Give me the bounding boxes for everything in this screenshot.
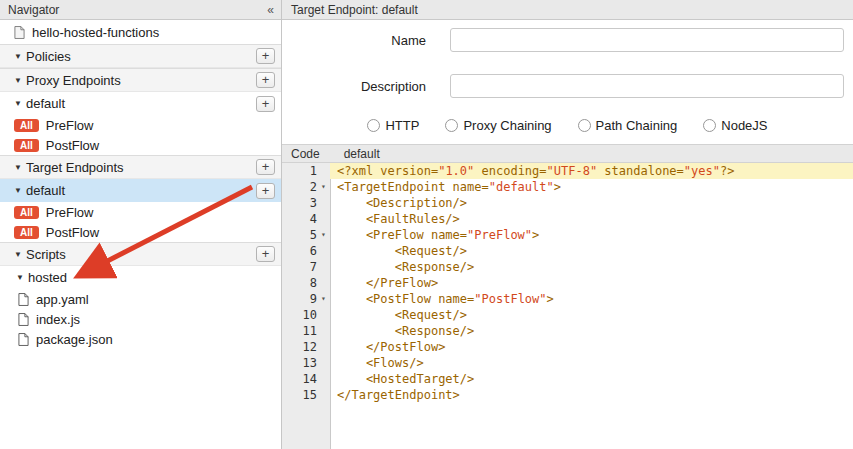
endpoint-type-radio-group: HTTP Proxy Chaining Path Chaining NodeJS — [282, 118, 853, 133]
section-target-endpoints[interactable]: ▼ Target Endpoints + — [0, 155, 281, 179]
endpoint-form: Name Description HTTP Proxy Chaining P — [282, 20, 853, 144]
code-line[interactable]: 8 </PreFlow> — [282, 275, 853, 291]
file-icon — [18, 293, 29, 306]
fold-toggle-icon[interactable]: ▾ — [317, 291, 330, 307]
file-icon — [18, 333, 29, 346]
detail-header-title: Target Endpoint: default — [291, 3, 418, 17]
code-text: </PreFlow> — [330, 275, 853, 291]
flow-condition-badge: All — [14, 139, 39, 152]
tree-item-file-package-json[interactable]: package.json — [0, 329, 281, 349]
line-number: 1 — [282, 163, 317, 179]
line-number: 5 — [282, 227, 317, 243]
code-text: <FaultRules/> — [330, 211, 853, 227]
line-gutter: 9▾ — [282, 291, 330, 307]
collapse-navigator-button[interactable]: « — [267, 3, 273, 17]
line-gutter: 5▾ — [282, 227, 330, 243]
code-text: <Request/> — [330, 243, 853, 259]
section-proxy-endpoints[interactable]: ▼ Proxy Endpoints + — [0, 68, 281, 92]
line-number: 2 — [282, 179, 317, 195]
flow-name: PostFlow — [46, 225, 99, 240]
code-line[interactable]: 2▾<TargetEndpoint name="default"> — [282, 179, 853, 195]
add-flow-button[interactable]: + — [256, 96, 275, 112]
section-policies[interactable]: ▼ Policies + — [0, 44, 281, 68]
name-row: Name — [282, 28, 853, 52]
fold-toggle-icon[interactable]: ▾ — [317, 179, 330, 195]
line-number: 13 — [282, 355, 317, 371]
radio-label: NodeJS — [721, 118, 767, 133]
code-line[interactable]: 14 <HostedTarget/> — [282, 371, 853, 387]
code-line[interactable]: 11 <Response/> — [282, 323, 853, 339]
tree-item-target-postflow[interactable]: All PostFlow — [0, 222, 281, 242]
tree-item-proxy-preflow[interactable]: All PreFlow — [0, 115, 281, 135]
line-gutter: 15 — [282, 387, 330, 403]
code-line[interactable]: 3 <Description/> — [282, 195, 853, 211]
tree-item-proxy-postflow[interactable]: All PostFlow — [0, 135, 281, 155]
code-text: <TargetEndpoint name="default"> — [330, 179, 853, 195]
flow-name: PreFlow — [46, 205, 94, 220]
code-line[interactable]: 6 <Request/> — [282, 243, 853, 259]
navigator-panel: Navigator « hello-hosted-functions ▼ Pol… — [0, 0, 282, 449]
code-text: <Description/> — [330, 195, 853, 211]
line-number: 9 — [282, 291, 317, 307]
line-gutter: 13 — [282, 355, 330, 371]
line-gutter: 14 — [282, 371, 330, 387]
code-editor[interactable]: 1<?xml version="1.0" encoding="UTF-8" st… — [282, 163, 853, 449]
line-number: 8 — [282, 275, 317, 291]
code-text: <HostedTarget/> — [330, 371, 853, 387]
code-text: </PostFlow> — [330, 339, 853, 355]
code-line[interactable]: 7 <Response/> — [282, 259, 853, 275]
chevron-down-icon: ▼ — [16, 273, 28, 282]
line-number: 14 — [282, 371, 317, 387]
code-line[interactable]: 12 </PostFlow> — [282, 339, 853, 355]
code-text: <Flows/> — [330, 355, 853, 371]
code-text: <Response/> — [330, 259, 853, 275]
tree-item-target-preflow[interactable]: All PreFlow — [0, 202, 281, 222]
radio-http[interactable]: HTTP — [367, 118, 419, 133]
target-endpoint-detail-panel: Target Endpoint: default Name Descriptio… — [282, 0, 853, 449]
name-input[interactable] — [450, 28, 844, 52]
code-line[interactable]: 1<?xml version="1.0" encoding="UTF-8" st… — [282, 163, 853, 179]
add-script-button[interactable]: + — [256, 246, 275, 262]
line-gutter: 12 — [282, 339, 330, 355]
add-policy-button[interactable]: + — [256, 48, 275, 64]
code-line[interactable]: 13 <Flows/> — [282, 355, 853, 371]
tree-item-bundle[interactable]: hello-hosted-functions — [0, 20, 281, 44]
code-line[interactable]: 15</TargetEndpoint> — [282, 387, 853, 403]
tree-item-file-app-yaml[interactable]: app.yaml — [0, 289, 281, 309]
description-label: Description — [282, 79, 450, 94]
chevron-down-icon: ▼ — [14, 250, 26, 259]
code-text: </TargetEndpoint> — [330, 387, 853, 403]
section-label: Target Endpoints — [26, 160, 124, 175]
bundle-name: hello-hosted-functions — [32, 25, 159, 40]
description-input[interactable] — [450, 74, 844, 98]
tree-item-proxy-endpoint-default[interactable]: ▼ default + — [0, 92, 281, 115]
add-target-endpoint-button[interactable]: + — [256, 159, 275, 175]
radio-path-chaining[interactable]: Path Chaining — [578, 118, 678, 133]
fold-toggle-icon[interactable]: ▾ — [317, 227, 330, 243]
add-proxy-endpoint-button[interactable]: + — [256, 72, 275, 88]
radio-proxy-chaining[interactable]: Proxy Chaining — [445, 118, 551, 133]
radio-nodejs[interactable]: NodeJS — [703, 118, 767, 133]
line-gutter: 1 — [282, 163, 330, 179]
tree-item-target-endpoint-default[interactable]: ▼ default + — [0, 179, 281, 202]
chevron-down-icon: ▼ — [14, 163, 26, 172]
folder-name: hosted — [28, 270, 67, 285]
add-flow-button[interactable]: + — [256, 183, 275, 199]
file-name: index.js — [36, 312, 80, 327]
radio-label: HTTP — [385, 118, 419, 133]
code-line[interactable]: 10 <Request/> — [282, 307, 853, 323]
section-scripts[interactable]: ▼ Scripts + — [0, 242, 281, 266]
flow-condition-badge: All — [14, 206, 39, 219]
line-gutter: 11 — [282, 323, 330, 339]
line-number: 15 — [282, 387, 317, 403]
line-number: 6 — [282, 243, 317, 259]
tree-item-file-index-js[interactable]: index.js — [0, 309, 281, 329]
tree-item-hosted-folder[interactable]: ▼ hosted — [0, 266, 281, 289]
line-gutter: 4 — [282, 211, 330, 227]
code-line[interactable]: 4 <FaultRules/> — [282, 211, 853, 227]
description-row: Description — [282, 74, 853, 98]
line-number: 12 — [282, 339, 317, 355]
code-line[interactable]: 9▾ <PostFlow name="PostFlow"> — [282, 291, 853, 307]
code-line[interactable]: 5▾ <PreFlow name="PreFlow"> — [282, 227, 853, 243]
chevron-down-icon: ▼ — [14, 52, 26, 61]
